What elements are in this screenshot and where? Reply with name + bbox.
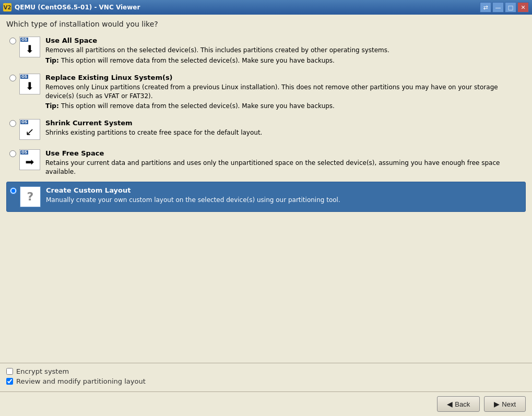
options-list: OS ⬇ Use All Space Removes all partition… <box>0 32 532 363</box>
tip-text-1: This option will remove data from the se… <box>61 102 335 110</box>
review-partitioning-label[interactable]: Review and modify partitioning layout <box>16 377 146 385</box>
review-partitioning-checkbox[interactable] <box>6 378 13 385</box>
option-icon-shrink-current: OS ↙ <box>19 119 40 140</box>
nav-buttons: ◀ Back ▶ Next <box>0 391 532 416</box>
encrypt-system-label[interactable]: Encrypt system <box>16 367 69 375</box>
option-text-create-custom: Create Custom Layout Manually create you… <box>46 186 522 205</box>
encrypt-system-checkbox[interactable] <box>6 368 13 375</box>
page-header: Which type of installation would you lik… <box>0 15 532 32</box>
option-title-replace-linux: Replace Existing Linux System(s) <box>45 74 523 81</box>
option-title-shrink-current: Shrink Current System <box>45 119 523 127</box>
titlebar: V2 QEMU (CentOS6.5-01) - VNC Viewer ⇄ — … <box>0 0 532 15</box>
titlebar-left: V2 QEMU (CentOS6.5-01) - VNC Viewer <box>3 3 140 11</box>
next-arrow-icon: ▶ <box>494 400 500 408</box>
option-replace-linux[interactable]: OS ⬇ Replace Existing Linux System(s) Re… <box>6 69 526 114</box>
option-title-use-free-space: Use Free Space <box>45 149 523 157</box>
radio-input-use-free-space[interactable] <box>9 150 16 157</box>
option-text-shrink-current: Shrink Current System Shrinks existing p… <box>45 119 523 137</box>
option-desc-use-free-space: Retains your current data and partitions… <box>45 159 523 176</box>
radio-input-shrink-current[interactable] <box>9 120 16 127</box>
window-content: Which type of installation would you lik… <box>0 15 532 416</box>
option-tip-use-all-space: Tip: This option will remove data from t… <box>45 57 523 64</box>
radio-use-free-space[interactable] <box>9 150 16 159</box>
option-create-custom[interactable]: ? Create Custom Layout Manually create y… <box>6 182 526 212</box>
option-text-use-free-space: Use Free Space Retains your current data… <box>45 149 523 176</box>
minimize-icon: — <box>495 4 501 11</box>
swap-icon: ⇄ <box>483 4 488 11</box>
page-title: Which type of installation would you lik… <box>6 20 526 28</box>
bottom-checkboxes: Encrypt system Review and modify partiti… <box>0 363 532 391</box>
radio-shrink-current[interactable] <box>9 120 16 128</box>
option-title-create-custom: Create Custom Layout <box>46 186 522 194</box>
back-label: Back <box>455 400 470 408</box>
back-button[interactable]: ◀ Back <box>437 396 480 412</box>
titlebar-controls: ⇄ — □ ✕ <box>480 2 529 13</box>
option-text-use-all-space: Use All Space Removes all partitions on … <box>45 37 523 64</box>
option-text-replace-linux: Replace Existing Linux System(s) Removes… <box>45 74 523 110</box>
option-icon-replace-linux: OS ⬇ <box>19 74 40 94</box>
radio-use-all-space[interactable] <box>9 38 16 46</box>
option-desc-create-custom: Manually create your own custom layout o… <box>46 196 522 205</box>
close-icon: ✕ <box>521 4 525 11</box>
radio-create-custom[interactable] <box>10 187 17 196</box>
maximize-button[interactable]: □ <box>505 2 516 13</box>
close-button[interactable]: ✕ <box>517 2 529 13</box>
option-icon-create-custom: ? <box>20 186 41 207</box>
option-tip-replace-linux: Tip: This option will remove data from t… <box>45 102 523 110</box>
option-title-use-all-space: Use All Space <box>45 37 523 44</box>
titlebar-title: QEMU (CentOS6.5-01) - VNC Viewer <box>15 4 140 11</box>
tip-label-1: Tip: <box>45 102 61 110</box>
next-button[interactable]: ▶ Next <box>484 396 526 412</box>
option-desc-shrink-current: Shrinks existing partitions to create fr… <box>45 128 523 137</box>
back-arrow-icon: ◀ <box>447 400 453 408</box>
option-shrink-current[interactable]: OS ↙ Shrink Current System Shrinks exist… <box>6 115 526 144</box>
radio-input-replace-linux[interactable] <box>9 75 16 81</box>
option-desc-use-all-space: Removes all partitions on the selected d… <box>45 46 523 55</box>
radio-input-use-all-space[interactable] <box>9 38 16 44</box>
review-partitioning-row: Review and modify partitioning layout <box>6 377 526 385</box>
tip-text-0: This option will remove data from the se… <box>61 57 335 64</box>
maximize-icon: □ <box>508 4 513 11</box>
radio-replace-linux[interactable] <box>9 75 16 83</box>
encrypt-system-row: Encrypt system <box>6 367 526 375</box>
option-use-free-space[interactable]: OS ➡ Use Free Space Retains your current… <box>6 145 526 181</box>
option-icon-use-free-space: OS ➡ <box>19 149 40 170</box>
option-icon-use-all-space: OS ⬇ <box>19 37 40 57</box>
next-label: Next <box>502 400 516 408</box>
app-icon: V2 <box>3 3 11 11</box>
tip-label-0: Tip: <box>45 57 61 64</box>
option-use-all-space[interactable]: OS ⬇ Use All Space Removes all partition… <box>6 32 526 68</box>
radio-input-create-custom[interactable] <box>10 187 17 194</box>
swap-button[interactable]: ⇄ <box>480 2 491 13</box>
option-desc-replace-linux: Removes only Linux partitions (created f… <box>45 83 523 101</box>
minimize-button[interactable]: — <box>492 2 504 13</box>
